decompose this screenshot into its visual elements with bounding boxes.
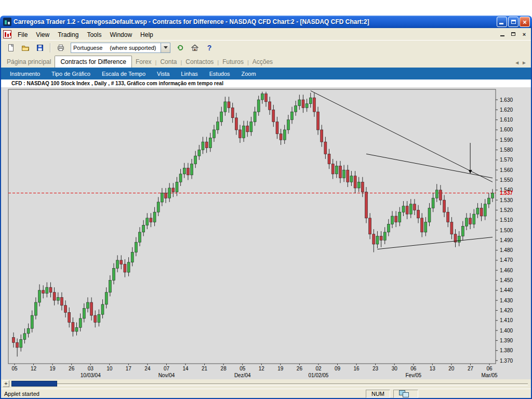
svg-text:Dez/04: Dez/04 bbox=[234, 373, 251, 378]
scrollbar-track[interactable] bbox=[11, 383, 528, 385]
svg-text:1.630: 1.630 bbox=[500, 97, 513, 103]
svg-text:Mar/05: Mar/05 bbox=[481, 373, 498, 378]
svg-text:1.450: 1.450 bbox=[500, 277, 513, 283]
tab-contactos[interactable]: Contactos bbox=[182, 56, 217, 68]
svg-text:1.500: 1.500 bbox=[500, 228, 513, 233]
scrollbar-thumb[interactable] bbox=[11, 381, 57, 387]
help-icon: ? bbox=[207, 44, 212, 52]
svg-text:1.610: 1.610 bbox=[500, 117, 513, 123]
menu-item-help[interactable]: Help bbox=[136, 30, 157, 40]
mdi-close-button[interactable]: × bbox=[520, 30, 529, 38]
titlebar[interactable]: Carregosa Trader 1.2 - CarregosaDefault.… bbox=[0, 16, 532, 28]
svg-text:1.600: 1.600 bbox=[500, 127, 513, 132]
svg-text:1.520: 1.520 bbox=[500, 207, 513, 213]
svg-text:1.580: 1.580 bbox=[500, 147, 513, 153]
close-button[interactable]: × bbox=[520, 17, 530, 27]
language-combobox-annotation: (where supported) bbox=[110, 45, 161, 51]
svg-text:1.590: 1.590 bbox=[500, 137, 513, 143]
chart-menu-item-tipo-de-grafico[interactable]: Tipo de Gráfico bbox=[46, 69, 96, 79]
open-folder-icon bbox=[21, 44, 30, 52]
print-button[interactable] bbox=[54, 42, 68, 54]
svg-text:1.380: 1.380 bbox=[500, 348, 513, 353]
menu-item-tools[interactable]: Tools bbox=[83, 30, 105, 40]
menu-item-view[interactable]: View bbox=[32, 30, 54, 40]
svg-text:1.560: 1.560 bbox=[500, 167, 513, 173]
statusbar: Applet started NUM bbox=[1, 389, 531, 398]
new-document-button[interactable] bbox=[4, 42, 18, 54]
scrollbar-plus-button[interactable]: + bbox=[3, 380, 9, 387]
tab-conta[interactable]: Conta bbox=[156, 56, 180, 68]
mdi-restore-button[interactable] bbox=[509, 30, 518, 38]
menu-item-window[interactable]: Window bbox=[105, 30, 136, 40]
svg-text:1.420: 1.420 bbox=[500, 308, 513, 313]
svg-text:19: 19 bbox=[277, 366, 284, 371]
svg-text:1.550: 1.550 bbox=[500, 177, 513, 183]
tab-futuros[interactable]: Futuros bbox=[219, 56, 247, 68]
svg-text:26: 26 bbox=[297, 366, 303, 371]
svg-text:26: 26 bbox=[69, 366, 75, 371]
mdi-controls: × bbox=[498, 30, 529, 38]
candlestick-chart-svg[interactable]: 1.6301.6201.6101.6001.5901.5801.5701.560… bbox=[1, 87, 531, 379]
tab-forex[interactable]: Forex bbox=[132, 56, 155, 68]
svg-text:17: 17 bbox=[126, 366, 132, 371]
combobox-dropdown-button[interactable] bbox=[161, 43, 170, 52]
svg-text:20: 20 bbox=[448, 366, 455, 371]
svg-text:30: 30 bbox=[392, 366, 398, 371]
toolbar-separator bbox=[50, 43, 51, 52]
app-window: Carregosa Trader 1.2 - CarregosaDefault.… bbox=[0, 16, 532, 399]
price-chart[interactable]: 1.6301.6201.6101.6001.5901.5801.5701.560… bbox=[1, 87, 531, 379]
mdi-child-icon[interactable] bbox=[3, 30, 11, 38]
svg-text:03: 03 bbox=[88, 366, 94, 371]
chart-menubar: InstrumentoTipo de GráficoEscala de Temp… bbox=[1, 68, 531, 79]
statusbar-spacer bbox=[421, 390, 528, 398]
chart-menu-item-estudos[interactable]: Estudos bbox=[204, 69, 236, 79]
svg-text:07: 07 bbox=[164, 366, 170, 371]
language-combobox[interactable]: Portuguese (where supported) bbox=[71, 43, 170, 53]
mdi-restore-icon bbox=[511, 32, 515, 36]
home-button[interactable] bbox=[188, 42, 202, 54]
svg-text:1.490: 1.490 bbox=[500, 237, 513, 243]
chart-menu-item-linhas[interactable]: Linhas bbox=[175, 69, 203, 79]
home-icon bbox=[191, 44, 199, 52]
svg-text:1.570: 1.570 bbox=[500, 157, 513, 163]
chart-menu-item-zoom[interactable]: Zoom bbox=[236, 69, 262, 79]
tab-pagina-principal[interactable]: Página principal bbox=[3, 56, 55, 68]
svg-text:06: 06 bbox=[486, 366, 493, 371]
svg-text:1.510: 1.510 bbox=[500, 217, 513, 223]
tab-scroll-right-icon[interactable]: ► bbox=[522, 60, 527, 65]
svg-text:13: 13 bbox=[430, 366, 436, 371]
printer-icon bbox=[57, 44, 65, 52]
svg-text:27: 27 bbox=[468, 366, 474, 371]
language-combobox-value: Portuguese bbox=[71, 45, 102, 51]
mdi-minimize-icon bbox=[500, 35, 504, 36]
svg-text:16: 16 bbox=[354, 366, 360, 371]
minimize-icon bbox=[499, 23, 503, 24]
svg-text:02: 02 bbox=[315, 366, 322, 371]
help-button[interactable]: ? bbox=[203, 42, 216, 54]
save-floppy-icon bbox=[36, 44, 44, 52]
tab-scroll-left-icon[interactable]: ◄ bbox=[514, 60, 520, 65]
svg-text:19: 19 bbox=[50, 366, 56, 371]
open-file-button[interactable] bbox=[19, 42, 32, 54]
chart-menu-item-vista[interactable]: Vista bbox=[151, 69, 175, 79]
maximize-button[interactable] bbox=[508, 17, 518, 27]
svg-text:Fev/05: Fev/05 bbox=[405, 373, 421, 378]
menu-items: FileViewTradingToolsWindowHelp bbox=[14, 30, 157, 39]
svg-text:12: 12 bbox=[259, 366, 265, 371]
window-controls: × bbox=[497, 17, 530, 27]
svg-text:1.530: 1.530 bbox=[500, 197, 513, 203]
reload-button[interactable] bbox=[174, 42, 187, 54]
tab-contracts-for-difference[interactable]: Contracts for Difference bbox=[55, 56, 132, 68]
mdi-minimize-button[interactable] bbox=[498, 30, 507, 38]
svg-text:05: 05 bbox=[11, 366, 18, 371]
reload-icon bbox=[176, 44, 184, 52]
svg-text:24: 24 bbox=[144, 366, 151, 371]
menu-item-file[interactable]: File bbox=[14, 30, 32, 40]
chart-menu-item-escala-de-tempo[interactable]: Escala de Tempo bbox=[96, 69, 151, 79]
network-status-cell bbox=[393, 390, 418, 398]
save-button[interactable] bbox=[33, 42, 47, 54]
tab-accoes[interactable]: Acções bbox=[249, 56, 276, 68]
chart-menu-item-instrumento[interactable]: Instrumento bbox=[4, 69, 46, 79]
menu-item-trading[interactable]: Trading bbox=[54, 30, 83, 40]
minimize-button[interactable] bbox=[497, 17, 507, 27]
